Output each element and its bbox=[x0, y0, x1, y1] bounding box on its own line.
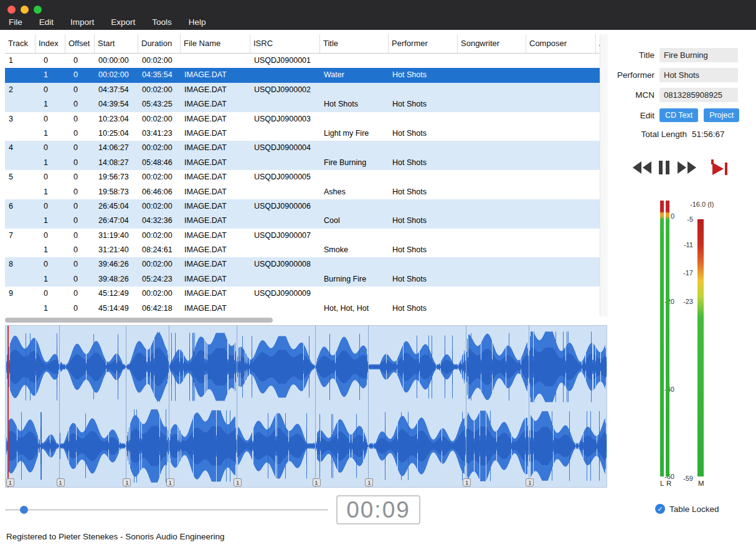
table-cell: 00:02:00 bbox=[138, 112, 181, 126]
table-cell bbox=[320, 229, 389, 243]
table-row[interactable]: 20004:37:5400:02:00IMAGE.DATUSQDJ0900002 bbox=[5, 83, 600, 97]
table-cell bbox=[389, 112, 458, 126]
menu-edit[interactable]: Edit bbox=[39, 17, 54, 27]
table-cell bbox=[5, 68, 35, 82]
menu-file[interactable]: File bbox=[9, 17, 22, 27]
column-header-performer[interactable]: Performer bbox=[389, 34, 458, 53]
column-header-offset[interactable]: Offset bbox=[65, 34, 95, 53]
column-header-title[interactable]: Title bbox=[320, 34, 389, 53]
table-locked-control[interactable]: ✓ Table Locked bbox=[655, 504, 719, 514]
track-index-marker[interactable]: 1 bbox=[463, 478, 471, 486]
check-icon[interactable]: ✓ bbox=[655, 504, 665, 514]
menu-import[interactable]: Import bbox=[70, 17, 94, 27]
table-cell: 39:46:26 bbox=[95, 257, 138, 272]
table-row[interactable]: 1026:47:0404:32:36IMAGE.DATCoolHot Shots bbox=[5, 214, 600, 228]
table-cell: 0 bbox=[65, 112, 95, 126]
table-row[interactable]: 30010:23:0400:02:00IMAGE.DATUSQDJ0900003 bbox=[5, 112, 600, 126]
playhead[interactable] bbox=[7, 326, 9, 487]
track-index-marker[interactable]: 1 bbox=[526, 478, 534, 486]
table-cell: Hot Shots bbox=[389, 243, 458, 257]
column-header-file-name[interactable]: File Name bbox=[181, 34, 250, 53]
track-index-marker[interactable]: 1 bbox=[166, 478, 174, 486]
table-cell: 1 bbox=[35, 272, 65, 287]
table-row[interactable]: 60026:45:0400:02:00IMAGE.DATUSQDJ0900006 bbox=[5, 199, 600, 214]
play-to-end-button[interactable] bbox=[711, 159, 730, 178]
menu-help[interactable]: Help bbox=[189, 17, 206, 27]
track-index-marker[interactable]: 1 bbox=[6, 478, 14, 486]
table-cell: 5 bbox=[5, 170, 35, 184]
menu-export[interactable]: Export bbox=[111, 17, 135, 27]
track-index-marker[interactable]: 1 bbox=[234, 478, 242, 486]
column-header-duration[interactable]: Duration bbox=[138, 34, 181, 53]
title-input[interactable] bbox=[659, 48, 738, 62]
table-row[interactable]: 50019:56:7300:02:00IMAGE.DATUSQDJ0900005 bbox=[5, 170, 600, 184]
time-display: 00:09 bbox=[336, 495, 420, 524]
table-row[interactable]: 80039:46:2600:02:00IMAGE.DATUSQDJ0900008 bbox=[5, 257, 600, 272]
column-header-start[interactable]: Start bbox=[95, 34, 138, 53]
table-row[interactable]: 90045:12:4900:02:00IMAGE.DATUSQDJ0900009 bbox=[5, 287, 600, 301]
table-cell: USQDJ0900004 bbox=[250, 141, 320, 155]
table-row[interactable]: 70031:19:4000:02:00IMAGE.DATUSQDJ0900007 bbox=[5, 229, 600, 243]
slider-track[interactable] bbox=[5, 509, 328, 511]
table-cell: 26:45:04 bbox=[95, 199, 138, 214]
project-button[interactable]: Project bbox=[704, 108, 739, 122]
table-cell: 1 bbox=[35, 156, 65, 170]
slider-knob[interactable] bbox=[20, 506, 28, 514]
track-index-marker[interactable]: 1 bbox=[365, 478, 373, 486]
table-cell: IMAGE.DAT bbox=[181, 156, 250, 170]
table-cell: 04:35:54 bbox=[138, 68, 181, 82]
table-vertical-scrollbar[interactable] bbox=[600, 34, 608, 316]
table-cell: Ashes bbox=[320, 185, 389, 199]
table-row[interactable]: 1019:58:7306:46:06IMAGE.DATAshesHot Shot… bbox=[5, 185, 600, 199]
table-header: TrackIndexOffsetStartDurationFile NameIS… bbox=[5, 34, 600, 54]
table-row[interactable]: 1031:21:4008:24:61IMAGE.DATSmokeHot Shot… bbox=[5, 243, 600, 257]
column-header-track[interactable]: Track bbox=[5, 34, 35, 53]
table-cell: 00:02:00 bbox=[138, 199, 181, 214]
table-cell: Burning Fire bbox=[320, 272, 389, 287]
column-header-composer[interactable]: Composer bbox=[526, 34, 596, 53]
track-index-marker[interactable]: 1 bbox=[57, 478, 65, 486]
channel-label-l: L bbox=[660, 480, 664, 487]
table-cell bbox=[250, 214, 320, 228]
close-window-button[interactable] bbox=[7, 6, 16, 14]
column-header-songwriter[interactable]: Songwriter bbox=[458, 34, 526, 53]
fast-forward-button[interactable] bbox=[678, 161, 696, 176]
table-row[interactable]: 1014:08:2705:48:46IMAGE.DATFire BurningH… bbox=[5, 156, 600, 170]
channel-label-r: R bbox=[666, 480, 671, 487]
table-row[interactable]: 1045:14:4906:42:18IMAGE.DATHot, Hot, Hot… bbox=[5, 301, 600, 316]
pause-button[interactable] bbox=[659, 161, 670, 176]
table-cell bbox=[458, 126, 526, 141]
rewind-button[interactable] bbox=[633, 161, 651, 176]
horizontal-scrollbar-thumb[interactable] bbox=[5, 318, 273, 323]
position-slider[interactable] bbox=[5, 505, 328, 514]
table-row[interactable]: 1010:25:0403:41:23IMAGE.DATLight my Fire… bbox=[5, 126, 600, 141]
table-row[interactable]: 40014:06:2700:02:00IMAGE.DATUSQDJ0900004 bbox=[5, 141, 600, 155]
minimize-window-button[interactable] bbox=[21, 6, 29, 14]
column-header-index[interactable]: Index bbox=[35, 34, 65, 53]
track-index-marker[interactable]: 1 bbox=[313, 478, 321, 486]
cd-text-button[interactable]: CD Text bbox=[659, 108, 698, 122]
table-row[interactable]: 10000:00:0000:02:00USQDJ0900001 bbox=[5, 54, 600, 68]
table-cell: IMAGE.DAT bbox=[181, 301, 250, 316]
table-row[interactable]: 1004:39:5405:43:25IMAGE.DATHot ShotsHot … bbox=[5, 97, 600, 111]
table-cell: USQDJ0900009 bbox=[250, 287, 320, 301]
table-row[interactable]: 1039:48:2605:24:23IMAGE.DATBurning FireH… bbox=[5, 272, 600, 287]
table-cell bbox=[458, 170, 526, 184]
column-header-isrc[interactable]: ISRC bbox=[250, 34, 320, 53]
table-cell bbox=[320, 257, 389, 272]
transport-controls bbox=[633, 159, 730, 178]
table-cell: 00:02:00 bbox=[138, 54, 181, 68]
zoom-window-button[interactable] bbox=[34, 6, 42, 14]
table-cell bbox=[458, 83, 526, 97]
table-horizontal-scrollbar[interactable] bbox=[5, 317, 600, 323]
menu-tools[interactable]: Tools bbox=[152, 17, 172, 27]
track-index-marker[interactable]: 1 bbox=[123, 478, 131, 486]
table-cell bbox=[458, 257, 526, 272]
table-row[interactable]: 1000:02:0004:35:54IMAGE.DATWaterHot Shot… bbox=[5, 68, 600, 82]
mcn-input[interactable] bbox=[659, 88, 738, 102]
table-cell: 08:24:61 bbox=[138, 243, 181, 257]
performer-input[interactable] bbox=[659, 68, 738, 82]
table-cell: 0 bbox=[65, 68, 95, 82]
waveform-canvas[interactable] bbox=[6, 326, 607, 487]
table-cell: 03:41:23 bbox=[138, 126, 181, 141]
